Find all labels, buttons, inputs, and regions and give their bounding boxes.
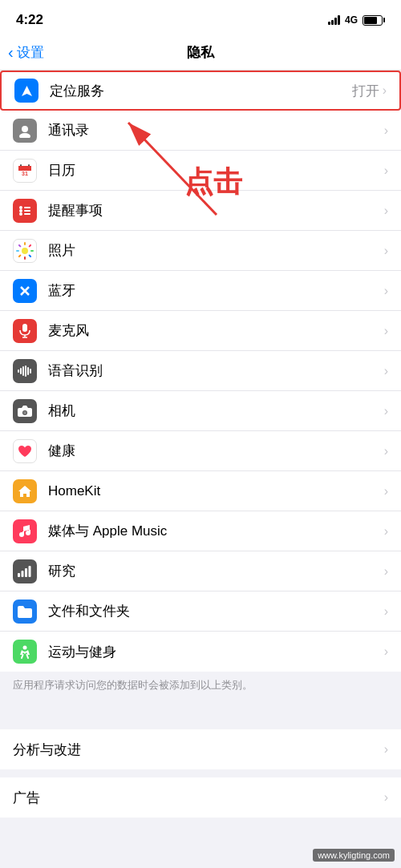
svg-rect-32 [25, 365, 26, 377]
list-item-music[interactable]: 媒体与 Apple Music › [0, 511, 401, 551]
svg-marker-39 [18, 486, 31, 497]
list-item-research[interactable]: 研究 › [0, 551, 401, 591]
list-item-speech[interactable]: 语音识别 › [0, 351, 401, 391]
page-wrapper: 4:22 4G ‹ 设置 隐私 [0, 0, 401, 868]
calendar-right: › [384, 164, 388, 178]
list-item-fitness[interactable]: 运动与健身 › [0, 632, 401, 672]
list-item-photos[interactable]: 照片 › [0, 231, 401, 271]
svg-point-38 [23, 411, 26, 414]
research-right: › [384, 564, 388, 579]
camera-icon [13, 399, 37, 423]
svg-rect-22 [24, 256, 26, 260]
chevron-right-icon: › [384, 244, 388, 258]
ads-section: 广告 › [0, 777, 401, 818]
svg-text:31: 31 [22, 171, 28, 176]
chevron-right-icon: › [384, 324, 388, 338]
photos-right: › [384, 244, 388, 258]
bluetooth-right: › [384, 284, 388, 298]
svg-point-1 [22, 126, 28, 132]
svg-rect-34 [30, 369, 31, 373]
list-item-contacts[interactable]: 通讯录 › [0, 111, 401, 151]
svg-rect-30 [20, 368, 22, 374]
contacts-label: 通讯录 [48, 121, 384, 139]
bluetooth-icon [13, 279, 37, 303]
svg-rect-23 [18, 254, 22, 257]
svg-marker-36 [22, 406, 28, 408]
health-right: › [384, 444, 388, 458]
nav-bar: ‹ 设置 隐私 [0, 35, 401, 71]
contacts-icon [13, 119, 37, 143]
svg-rect-47 [29, 566, 31, 577]
list-item-camera[interactable]: 相机 › [0, 391, 401, 431]
chevron-right-icon: › [383, 83, 387, 98]
section-gap-1 [0, 702, 401, 729]
footer-note: 应用程序请求访问您的数据时会被添加到以上类别。 [0, 672, 401, 702]
svg-rect-19 [28, 244, 31, 247]
calendar-label: 日历 [48, 161, 384, 180]
svg-point-2 [19, 133, 30, 138]
analytics-label: 分析与改进 [13, 741, 384, 759]
svg-rect-21 [28, 254, 31, 257]
location-icon [14, 79, 38, 103]
svg-rect-12 [24, 207, 30, 208]
calendar-icon: 31 [13, 159, 37, 183]
svg-rect-31 [22, 366, 24, 376]
microphone-label: 麦克风 [48, 321, 384, 340]
svg-rect-33 [27, 367, 29, 375]
nav-back-button[interactable]: ‹ 设置 [8, 43, 44, 62]
speech-icon [13, 359, 37, 383]
list-item-analytics[interactable]: 分析与改进 › [0, 729, 401, 769]
chevron-right-icon: › [384, 284, 388, 298]
list-item-files[interactable]: 文件和文件夹 › [0, 591, 401, 632]
homekit-right: › [384, 484, 388, 499]
chevron-right-icon: › [384, 604, 388, 619]
svg-rect-18 [24, 242, 26, 245]
status-bar: 4:22 4G [0, 0, 401, 35]
privacy-list-section: 定位服务 打开 › 通讯录 › [0, 71, 401, 672]
analytics-right: › [384, 742, 388, 757]
list-item-location[interactable]: 定位服务 打开 › [0, 71, 401, 111]
privacy-list-group: 定位服务 打开 › 通讯录 › [0, 71, 401, 672]
analytics-section: 分析与改进 › [0, 729, 401, 769]
photos-label: 照片 [48, 241, 384, 260]
svg-rect-26 [22, 324, 27, 332]
chevron-right-icon: › [384, 444, 388, 458]
list-item-homekit[interactable]: HomeKit › [0, 471, 401, 511]
list-item-calendar[interactable]: 31 日历 › [0, 151, 401, 191]
ads-label: 广告 [13, 789, 384, 807]
reminders-label: 提醒事项 [48, 201, 384, 220]
camera-label: 相机 [48, 402, 384, 420]
speech-right: › [384, 364, 388, 378]
svg-marker-0 [22, 86, 32, 96]
files-icon [13, 600, 37, 624]
bluetooth-label: 蓝牙 [48, 281, 384, 300]
svg-point-17 [22, 248, 28, 254]
health-label: 健康 [48, 442, 384, 460]
section-gap-2 [0, 769, 401, 777]
research-icon [13, 559, 37, 583]
list-item-reminders[interactable]: 提醒事项 › [0, 191, 401, 231]
battery-icon [363, 15, 385, 26]
list-item-health[interactable]: 健康 › [0, 431, 401, 471]
photos-icon [13, 239, 37, 263]
chevron-right-icon: › [384, 742, 388, 757]
microphone-right: › [384, 324, 388, 338]
chevron-right-icon: › [384, 364, 388, 378]
health-icon [13, 439, 37, 463]
signal-icon [328, 15, 340, 25]
location-label: 定位服务 [50, 82, 352, 100]
fitness-label: 运动与健身 [48, 643, 384, 661]
chevron-right-icon: › [384, 164, 388, 178]
chevron-right-icon: › [384, 524, 388, 539]
svg-rect-16 [24, 213, 30, 215]
back-label: 设置 [17, 43, 44, 62]
list-item-bluetooth[interactable]: 蓝牙 › [0, 271, 401, 311]
svg-rect-44 [18, 573, 20, 577]
list-item-microphone[interactable]: 麦克风 › [0, 311, 401, 351]
reminders-icon [13, 199, 37, 223]
chevron-right-icon: › [384, 204, 388, 218]
research-label: 研究 [48, 562, 384, 580]
network-type: 4G [345, 14, 358, 26]
chevron-right-icon: › [384, 404, 388, 418]
list-item-ads[interactable]: 广告 › [0, 777, 401, 818]
